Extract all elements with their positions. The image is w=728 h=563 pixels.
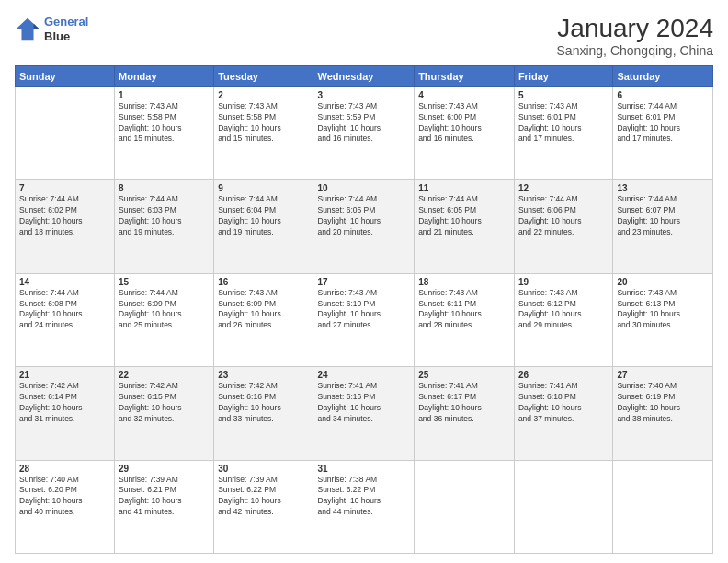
day-number: 20: [617, 277, 709, 287]
week-row-2: 7Sunrise: 7:44 AM Sunset: 6:02 PM Daylig…: [16, 180, 713, 273]
day-number: 30: [218, 464, 309, 474]
calendar-cell: 11Sunrise: 7:44 AM Sunset: 6:05 PM Dayli…: [415, 180, 515, 273]
day-number: 16: [218, 277, 309, 287]
calendar-cell: 23Sunrise: 7:42 AM Sunset: 6:16 PM Dayli…: [214, 367, 313, 460]
calendar-cell: [613, 460, 713, 553]
day-info: Sunrise: 7:44 AM Sunset: 6:05 PM Dayligh…: [418, 194, 510, 238]
day-info: Sunrise: 7:43 AM Sunset: 6:10 PM Dayligh…: [317, 288, 410, 332]
day-info: Sunrise: 7:44 AM Sunset: 6:08 PM Dayligh…: [19, 288, 110, 332]
logo-text: General Blue: [44, 15, 88, 43]
calendar-cell: 3Sunrise: 7:43 AM Sunset: 5:59 PM Daylig…: [313, 86, 415, 179]
day-info: Sunrise: 7:44 AM Sunset: 6:01 PM Dayligh…: [617, 101, 709, 145]
day-info: Sunrise: 7:44 AM Sunset: 6:06 PM Dayligh…: [518, 194, 609, 238]
day-info: Sunrise: 7:44 AM Sunset: 6:02 PM Dayligh…: [19, 194, 110, 238]
calendar-cell: 4Sunrise: 7:43 AM Sunset: 6:00 PM Daylig…: [415, 86, 515, 179]
day-info: Sunrise: 7:44 AM Sunset: 6:07 PM Dayligh…: [617, 194, 709, 238]
day-header-friday: Friday: [514, 65, 612, 86]
header: General Blue January 2024 Sanxing, Chong…: [15, 15, 713, 58]
day-number: 5: [518, 90, 609, 100]
day-header-thursday: Thursday: [415, 65, 515, 86]
calendar-cell: 17Sunrise: 7:43 AM Sunset: 6:10 PM Dayli…: [313, 273, 415, 366]
calendar-cell: 29Sunrise: 7:39 AM Sunset: 6:21 PM Dayli…: [115, 460, 214, 553]
day-info: Sunrise: 7:43 AM Sunset: 5:58 PM Dayligh…: [218, 101, 309, 145]
calendar-cell: 1Sunrise: 7:43 AM Sunset: 5:58 PM Daylig…: [115, 86, 214, 179]
day-number: 27: [617, 370, 709, 380]
day-info: Sunrise: 7:44 AM Sunset: 6:03 PM Dayligh…: [119, 194, 210, 238]
calendar-cell: 14Sunrise: 7:44 AM Sunset: 6:08 PM Dayli…: [16, 273, 115, 366]
day-number: 25: [418, 370, 510, 380]
day-info: Sunrise: 7:38 AM Sunset: 6:22 PM Dayligh…: [317, 475, 410, 519]
day-header-wednesday: Wednesday: [313, 65, 415, 86]
calendar-cell: 6Sunrise: 7:44 AM Sunset: 6:01 PM Daylig…: [613, 86, 713, 179]
week-row-3: 14Sunrise: 7:44 AM Sunset: 6:08 PM Dayli…: [16, 273, 713, 366]
calendar-cell: 19Sunrise: 7:43 AM Sunset: 6:12 PM Dayli…: [514, 273, 612, 366]
day-number: 15: [119, 277, 210, 287]
day-info: Sunrise: 7:43 AM Sunset: 6:00 PM Dayligh…: [418, 101, 510, 145]
day-info: Sunrise: 7:41 AM Sunset: 6:16 PM Dayligh…: [317, 381, 410, 425]
calendar-cell: 25Sunrise: 7:41 AM Sunset: 6:17 PM Dayli…: [415, 367, 515, 460]
day-header-tuesday: Tuesday: [214, 65, 313, 86]
day-info: Sunrise: 7:42 AM Sunset: 6:16 PM Dayligh…: [218, 381, 309, 425]
day-info: Sunrise: 7:42 AM Sunset: 6:15 PM Dayligh…: [119, 381, 210, 425]
calendar-cell: [16, 86, 115, 179]
calendar-cell: 2Sunrise: 7:43 AM Sunset: 5:58 PM Daylig…: [214, 86, 313, 179]
day-header-saturday: Saturday: [613, 65, 713, 86]
calendar-cell: 5Sunrise: 7:43 AM Sunset: 6:01 PM Daylig…: [514, 86, 612, 179]
calendar-cell: [514, 460, 612, 553]
calendar-cell: 15Sunrise: 7:44 AM Sunset: 6:09 PM Dayli…: [115, 273, 214, 366]
day-number: 8: [119, 183, 210, 193]
day-info: Sunrise: 7:39 AM Sunset: 6:21 PM Dayligh…: [119, 475, 210, 519]
day-info: Sunrise: 7:44 AM Sunset: 6:04 PM Dayligh…: [218, 194, 309, 238]
logo-icon: [15, 17, 40, 42]
calendar-cell: 18Sunrise: 7:43 AM Sunset: 6:11 PM Dayli…: [415, 273, 515, 366]
day-info: Sunrise: 7:40 AM Sunset: 6:20 PM Dayligh…: [19, 475, 110, 519]
days-header-row: SundayMondayTuesdayWednesdayThursdayFrid…: [16, 65, 713, 86]
day-header-sunday: Sunday: [16, 65, 115, 86]
day-info: Sunrise: 7:44 AM Sunset: 6:09 PM Dayligh…: [119, 288, 210, 332]
calendar-table: SundayMondayTuesdayWednesdayThursdayFrid…: [15, 65, 713, 554]
day-number: 11: [418, 183, 510, 193]
week-row-5: 28Sunrise: 7:40 AM Sunset: 6:20 PM Dayli…: [16, 460, 713, 553]
day-info: Sunrise: 7:42 AM Sunset: 6:14 PM Dayligh…: [19, 381, 110, 425]
day-info: Sunrise: 7:44 AM Sunset: 6:05 PM Dayligh…: [317, 194, 410, 238]
day-info: Sunrise: 7:43 AM Sunset: 6:09 PM Dayligh…: [218, 288, 309, 332]
week-row-4: 21Sunrise: 7:42 AM Sunset: 6:14 PM Dayli…: [16, 367, 713, 460]
calendar-cell: 20Sunrise: 7:43 AM Sunset: 6:13 PM Dayli…: [613, 273, 713, 366]
day-number: 3: [317, 90, 410, 100]
day-number: 26: [518, 370, 609, 380]
main-title: January 2024: [557, 15, 713, 43]
day-number: 4: [418, 90, 510, 100]
week-row-1: 1Sunrise: 7:43 AM Sunset: 5:58 PM Daylig…: [16, 86, 713, 179]
calendar-cell: 27Sunrise: 7:40 AM Sunset: 6:19 PM Dayli…: [613, 367, 713, 460]
day-number: 23: [218, 370, 309, 380]
day-number: 22: [119, 370, 210, 380]
day-number: 31: [317, 464, 410, 474]
day-number: 24: [317, 370, 410, 380]
calendar-cell: 13Sunrise: 7:44 AM Sunset: 6:07 PM Dayli…: [613, 180, 713, 273]
calendar-cell: 22Sunrise: 7:42 AM Sunset: 6:15 PM Dayli…: [115, 367, 214, 460]
logo: General Blue: [15, 15, 88, 43]
calendar-cell: 21Sunrise: 7:42 AM Sunset: 6:14 PM Dayli…: [16, 367, 115, 460]
day-number: 9: [218, 183, 309, 193]
page: General Blue January 2024 Sanxing, Chong…: [0, 0, 728, 563]
calendar-cell: 12Sunrise: 7:44 AM Sunset: 6:06 PM Dayli…: [514, 180, 612, 273]
day-number: 13: [617, 183, 709, 193]
title-area: January 2024 Sanxing, Chongqing, China: [557, 15, 713, 58]
calendar-cell: 16Sunrise: 7:43 AM Sunset: 6:09 PM Dayli…: [214, 273, 313, 366]
subtitle: Sanxing, Chongqing, China: [557, 43, 713, 58]
day-number: 2: [218, 90, 309, 100]
day-info: Sunrise: 7:43 AM Sunset: 5:59 PM Dayligh…: [317, 101, 410, 145]
day-number: 21: [19, 370, 110, 380]
day-info: Sunrise: 7:43 AM Sunset: 6:12 PM Dayligh…: [518, 288, 609, 332]
calendar-cell: 31Sunrise: 7:38 AM Sunset: 6:22 PM Dayli…: [313, 460, 415, 553]
day-number: 18: [418, 277, 510, 287]
day-info: Sunrise: 7:40 AM Sunset: 6:19 PM Dayligh…: [617, 381, 709, 425]
day-number: 1: [119, 90, 210, 100]
day-info: Sunrise: 7:43 AM Sunset: 6:11 PM Dayligh…: [418, 288, 510, 332]
calendar-cell: 24Sunrise: 7:41 AM Sunset: 6:16 PM Dayli…: [313, 367, 415, 460]
day-info: Sunrise: 7:43 AM Sunset: 6:01 PM Dayligh…: [518, 101, 609, 145]
day-info: Sunrise: 7:43 AM Sunset: 5:58 PM Dayligh…: [119, 101, 210, 145]
calendar-cell: 7Sunrise: 7:44 AM Sunset: 6:02 PM Daylig…: [16, 180, 115, 273]
day-number: 6: [617, 90, 709, 100]
day-number: 7: [19, 183, 110, 193]
